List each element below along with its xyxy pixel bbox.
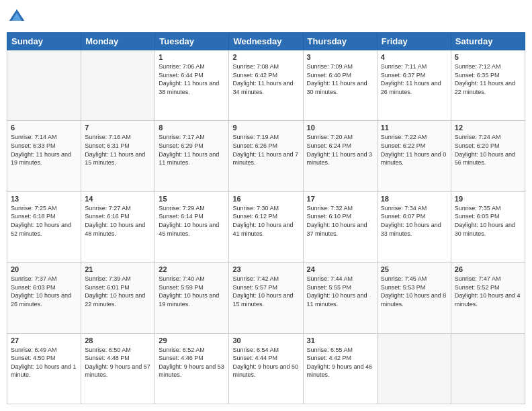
- day-cell: 28Sunrise: 6:50 AMSunset: 4:48 PMDayligh…: [81, 333, 155, 404]
- day-number: 27: [11, 336, 77, 345]
- day-info: Sunrise: 6:49 AMSunset: 4:50 PMDaylight:…: [11, 346, 77, 379]
- day-number: 5: [455, 53, 521, 61]
- day-number: 9: [232, 124, 299, 132]
- day-number: 25: [381, 265, 447, 273]
- day-number: 31: [307, 336, 373, 345]
- day-cell: 31Sunrise: 6:55 AMSunset: 4:42 PMDayligh…: [303, 333, 377, 404]
- day-number: 17: [307, 195, 373, 203]
- day-info: Sunrise: 7:35 AMSunset: 6:05 PMDaylight:…: [455, 204, 521, 238]
- day-info: Sunrise: 7:19 AMSunset: 6:26 PMDaylight:…: [232, 133, 299, 167]
- day-number: 7: [85, 124, 151, 132]
- day-cell: 10Sunrise: 7:20 AMSunset: 6:24 PMDayligh…: [303, 121, 377, 191]
- logo: [7, 7, 30, 27]
- day-info: Sunrise: 7:42 AMSunset: 5:57 PMDaylight:…: [232, 275, 299, 308]
- day-number: 12: [455, 124, 521, 132]
- day-info: Sunrise: 6:54 AMSunset: 4:44 PMDaylight:…: [232, 346, 299, 379]
- day-number: 21: [85, 265, 151, 273]
- day-info: Sunrise: 7:20 AMSunset: 6:24 PMDaylight:…: [307, 133, 373, 167]
- day-info: Sunrise: 7:17 AMSunset: 6:29 PMDaylight:…: [159, 133, 225, 167]
- day-number: 30: [232, 336, 299, 345]
- day-number: 29: [159, 336, 225, 345]
- day-info: Sunrise: 7:11 AMSunset: 6:37 PMDaylight:…: [381, 62, 447, 96]
- day-number: 6: [11, 124, 77, 132]
- day-cell: 27Sunrise: 6:49 AMSunset: 4:50 PMDayligh…: [7, 333, 81, 404]
- day-cell: [7, 50, 81, 121]
- weekday-header-sunday: Sunday: [7, 33, 81, 50]
- calendar: SundayMondayTuesdayWednesdayThursdayFrid…: [7, 32, 525, 404]
- day-number: 16: [232, 195, 299, 203]
- day-number: 2: [232, 53, 299, 61]
- day-info: Sunrise: 7:39 AMSunset: 6:01 PMDaylight:…: [85, 275, 151, 308]
- page: SundayMondayTuesdayWednesdayThursdayFrid…: [0, 0, 532, 411]
- day-cell: 22Sunrise: 7:40 AMSunset: 5:59 PMDayligh…: [155, 263, 229, 333]
- day-info: Sunrise: 6:50 AMSunset: 4:48 PMDaylight:…: [85, 346, 151, 379]
- day-cell: 21Sunrise: 7:39 AMSunset: 6:01 PMDayligh…: [81, 263, 155, 333]
- day-info: Sunrise: 7:06 AMSunset: 6:44 PMDaylight:…: [159, 62, 225, 96]
- weekday-header-tuesday: Tuesday: [155, 33, 229, 50]
- day-info: Sunrise: 7:30 AMSunset: 6:12 PMDaylight:…: [232, 204, 299, 238]
- day-cell: 18Sunrise: 7:34 AMSunset: 6:07 PMDayligh…: [377, 191, 451, 262]
- day-info: Sunrise: 7:24 AMSunset: 6:20 PMDaylight:…: [455, 133, 521, 167]
- day-cell: 25Sunrise: 7:45 AMSunset: 5:53 PMDayligh…: [377, 263, 451, 333]
- week-row-4: 27Sunrise: 6:49 AMSunset: 4:50 PMDayligh…: [7, 333, 525, 404]
- day-cell: 26Sunrise: 7:47 AMSunset: 5:52 PMDayligh…: [451, 263, 525, 333]
- day-cell: 1Sunrise: 7:06 AMSunset: 6:44 PMDaylight…: [155, 50, 229, 121]
- day-cell: 15Sunrise: 7:29 AMSunset: 6:14 PMDayligh…: [155, 191, 229, 262]
- day-info: Sunrise: 7:16 AMSunset: 6:31 PMDaylight:…: [85, 133, 151, 167]
- day-cell: [377, 333, 451, 404]
- day-number: 3: [307, 53, 373, 61]
- day-info: Sunrise: 7:45 AMSunset: 5:53 PMDaylight:…: [381, 275, 447, 308]
- weekday-header-monday: Monday: [81, 33, 155, 50]
- day-info: Sunrise: 7:34 AMSunset: 6:07 PMDaylight:…: [381, 204, 447, 238]
- day-info: Sunrise: 7:32 AMSunset: 6:10 PMDaylight:…: [307, 204, 373, 238]
- day-info: Sunrise: 7:08 AMSunset: 6:42 PMDaylight:…: [232, 62, 299, 96]
- day-number: 28: [85, 336, 151, 345]
- day-info: Sunrise: 7:25 AMSunset: 6:18 PMDaylight:…: [11, 204, 77, 238]
- day-number: 26: [455, 265, 521, 273]
- logo-icon: [7, 7, 27, 27]
- day-cell: 20Sunrise: 7:37 AMSunset: 6:03 PMDayligh…: [7, 263, 81, 333]
- day-cell: 19Sunrise: 7:35 AMSunset: 6:05 PMDayligh…: [451, 191, 525, 262]
- day-cell: 29Sunrise: 6:52 AMSunset: 4:46 PMDayligh…: [155, 333, 229, 404]
- day-number: 19: [455, 195, 521, 203]
- day-cell: 6Sunrise: 7:14 AMSunset: 6:33 PMDaylight…: [7, 121, 81, 191]
- day-cell: [81, 50, 155, 121]
- day-cell: 7Sunrise: 7:16 AMSunset: 6:31 PMDaylight…: [81, 121, 155, 191]
- day-cell: 4Sunrise: 7:11 AMSunset: 6:37 PMDaylight…: [377, 50, 451, 121]
- day-info: Sunrise: 7:47 AMSunset: 5:52 PMDaylight:…: [455, 275, 521, 308]
- week-row-1: 6Sunrise: 7:14 AMSunset: 6:33 PMDaylight…: [7, 121, 525, 191]
- day-info: Sunrise: 7:37 AMSunset: 6:03 PMDaylight:…: [11, 275, 77, 308]
- day-number: 8: [159, 124, 225, 132]
- day-cell: [451, 333, 525, 404]
- day-info: Sunrise: 7:40 AMSunset: 5:59 PMDaylight:…: [159, 275, 225, 308]
- day-cell: 9Sunrise: 7:19 AMSunset: 6:26 PMDaylight…: [229, 121, 303, 191]
- weekday-header-wednesday: Wednesday: [229, 33, 303, 50]
- day-number: 18: [381, 195, 447, 203]
- day-info: Sunrise: 6:52 AMSunset: 4:46 PMDaylight:…: [159, 346, 225, 379]
- day-info: Sunrise: 7:22 AMSunset: 6:22 PMDaylight:…: [381, 133, 447, 167]
- day-number: 22: [159, 265, 225, 273]
- day-cell: 17Sunrise: 7:32 AMSunset: 6:10 PMDayligh…: [303, 191, 377, 262]
- day-number: 13: [11, 195, 77, 203]
- day-number: 11: [381, 124, 447, 132]
- day-info: Sunrise: 7:12 AMSunset: 6:35 PMDaylight:…: [455, 62, 521, 96]
- day-info: Sunrise: 7:29 AMSunset: 6:14 PMDaylight:…: [159, 204, 225, 238]
- day-cell: 13Sunrise: 7:25 AMSunset: 6:18 PMDayligh…: [7, 191, 81, 262]
- weekday-header-row: SundayMondayTuesdayWednesdayThursdayFrid…: [7, 33, 525, 50]
- day-info: Sunrise: 6:55 AMSunset: 4:42 PMDaylight:…: [307, 346, 373, 379]
- day-cell: 2Sunrise: 7:08 AMSunset: 6:42 PMDaylight…: [229, 50, 303, 121]
- header: [7, 7, 525, 27]
- day-info: Sunrise: 7:27 AMSunset: 6:16 PMDaylight:…: [85, 204, 151, 238]
- day-number: 10: [307, 124, 373, 132]
- day-cell: 12Sunrise: 7:24 AMSunset: 6:20 PMDayligh…: [451, 121, 525, 191]
- week-row-0: 1Sunrise: 7:06 AMSunset: 6:44 PMDaylight…: [7, 50, 525, 121]
- day-number: 23: [232, 265, 299, 273]
- day-info: Sunrise: 7:09 AMSunset: 6:40 PMDaylight:…: [307, 62, 373, 96]
- day-cell: 24Sunrise: 7:44 AMSunset: 5:55 PMDayligh…: [303, 263, 377, 333]
- weekday-header-friday: Friday: [377, 33, 451, 50]
- day-number: 24: [307, 265, 373, 273]
- weekday-header-saturday: Saturday: [451, 33, 525, 50]
- day-info: Sunrise: 7:44 AMSunset: 5:55 PMDaylight:…: [307, 275, 373, 308]
- day-cell: 30Sunrise: 6:54 AMSunset: 4:44 PMDayligh…: [229, 333, 303, 404]
- day-cell: 3Sunrise: 7:09 AMSunset: 6:40 PMDaylight…: [303, 50, 377, 121]
